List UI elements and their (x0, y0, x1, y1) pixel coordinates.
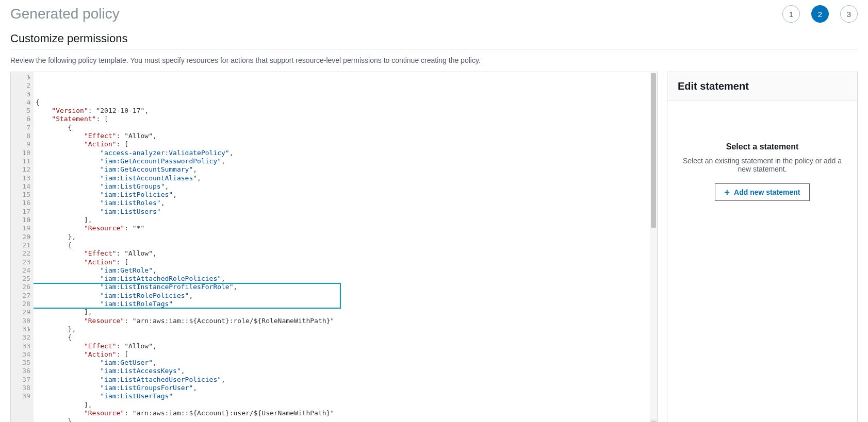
edit-statement-panel: Edit statement Select a statement Select… (667, 72, 858, 422)
step-3[interactable]: 3 (840, 5, 858, 23)
section-title: Customize permissions (10, 32, 858, 50)
section-description: Review the following policy template. Yo… (10, 56, 858, 64)
vertical-scrollbar[interactable]: ▾ (650, 72, 657, 422)
policy-editor[interactable]: 1234567891011121314151617181920212223242… (10, 72, 658, 422)
line-gutter: 1234567891011121314151617181920212223242… (11, 72, 34, 422)
page-title: Generated policy (10, 6, 120, 22)
add-button-label: Add new statement (734, 188, 800, 196)
prompt-body: Select an existing statement in the poli… (680, 157, 845, 173)
side-panel-title: Edit statement (667, 72, 857, 101)
step-2[interactable]: 2 (811, 5, 829, 23)
step-indicator: 1 2 3 (782, 5, 858, 23)
add-new-statement-button[interactable]: + Add new statement (715, 183, 810, 201)
scrollbar-thumb[interactable] (651, 73, 656, 228)
prompt-title: Select a statement (680, 142, 845, 151)
plus-icon: + (725, 188, 730, 197)
step-1[interactable]: 1 (782, 5, 800, 23)
code-area[interactable]: { "Version": "2012-10-17", "Statement": … (34, 72, 657, 422)
scroll-down-icon[interactable]: ▾ (650, 419, 657, 422)
